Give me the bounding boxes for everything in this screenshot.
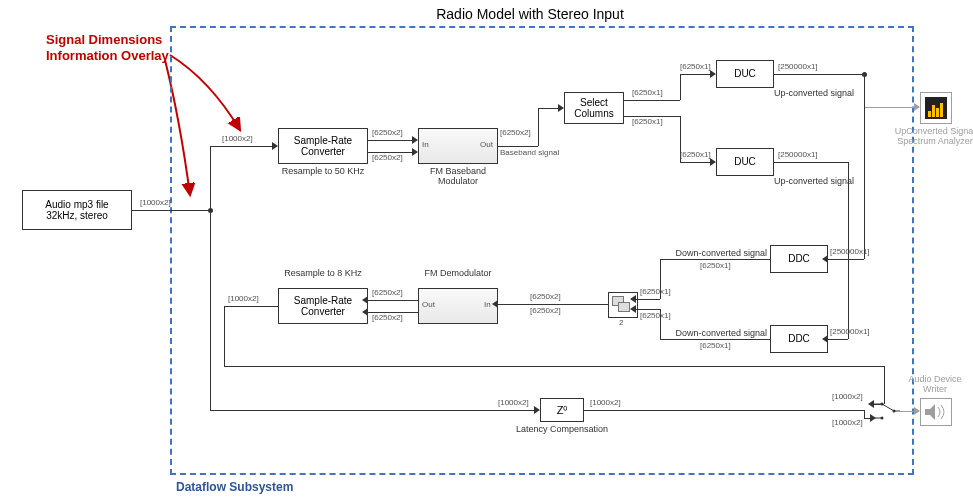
annotation-overlay-text: Signal Dimensions Information Overlay [46, 32, 169, 63]
wire [368, 140, 412, 141]
dataflow-subsystem-label: Dataflow Subsystem [176, 480, 293, 494]
arrowhead [630, 295, 636, 303]
speaker-icon [923, 401, 949, 423]
block-src-50khz[interactable]: Sample-Rate Converter [278, 128, 368, 164]
dim-6250x2-a2: [6250x2] [372, 153, 403, 162]
label-baseband: Baseband signal [500, 148, 559, 157]
arrowhead [710, 158, 716, 166]
arrowhead [868, 400, 874, 408]
wire [636, 309, 660, 310]
arrowhead [272, 142, 278, 150]
dim-6250x1-a: [6250x1] [632, 88, 663, 97]
wire [210, 410, 534, 411]
dim-250k-b: [250000x1] [830, 247, 870, 256]
dim-1000x2-c: [1000x2] [228, 294, 259, 303]
dim-1000x2-a: [1000x2] [140, 198, 171, 207]
arrowhead [492, 300, 498, 308]
label-concat-dim: 2 [619, 318, 623, 327]
wire [864, 107, 914, 108]
label-latency-compensation: Latency Compensation [512, 424, 612, 434]
wire [630, 100, 680, 101]
arrowhead [558, 104, 564, 112]
block-src-8khz[interactable]: Sample-Rate Converter [278, 288, 368, 324]
label-duc-2: Up-converted signal [774, 176, 884, 186]
diagram-canvas: Radio Model with Stereo Input Signal Dim… [0, 0, 973, 503]
block-latency-compensation[interactable]: Z⁰ [540, 398, 584, 422]
label-ddc-2: Down-converted signal [672, 328, 767, 338]
wire [864, 410, 865, 418]
arrowhead [412, 148, 418, 156]
label-ddc-1: Down-converted signal [672, 248, 767, 258]
wire [900, 411, 914, 412]
dim-6250x1-d2: [6250x1] [640, 311, 671, 320]
port-demod-out: Out [422, 300, 435, 309]
dim-6250x1-b2: [6250x1] [680, 150, 711, 159]
block-ddc-1[interactable]: DDC [770, 245, 828, 273]
wire [774, 162, 848, 163]
arrowhead [534, 406, 540, 414]
arrowhead [822, 335, 828, 343]
dim-6250x2-b: [6250x2] [500, 128, 531, 137]
svg-point-6 [893, 410, 896, 413]
port-mod-out: Out [480, 140, 493, 149]
arrowhead [710, 70, 716, 78]
block-ddc-2[interactable]: DDC [770, 325, 828, 353]
dim-6250x1-a2: [6250x1] [680, 62, 711, 71]
wire [132, 210, 210, 211]
dim-1000x2-e: [1000x2] [832, 392, 863, 401]
annotation-line1: Signal Dimensions [46, 32, 162, 47]
label-fm-demodulator: FM Demodulator [418, 268, 498, 278]
wire [368, 300, 418, 301]
wire [584, 410, 864, 411]
block-spectrum-analyzer[interactable] [920, 92, 952, 124]
dim-6250x2-d: [6250x2] [372, 288, 403, 297]
dim-6250x2-a: [6250x2] [372, 128, 403, 137]
block-audio-writer[interactable] [920, 398, 952, 426]
dim-250k-c: [250000x1] [778, 150, 818, 159]
block-manual-switch[interactable] [872, 398, 902, 428]
dim-6250x1-c2: [6250x1] [640, 287, 671, 296]
dim-6250x2-c2: [6250x2] [530, 306, 561, 315]
label-src-8khz: Resample to 8 KHz [278, 268, 368, 278]
wire [660, 339, 770, 340]
arrowhead [822, 255, 828, 263]
dim-6250x2-d2: [6250x2] [372, 313, 403, 322]
wire [538, 108, 539, 146]
block-audio-source[interactable]: Audio mp3 file 32kHz, stereo [22, 190, 132, 230]
wire [210, 210, 211, 410]
diagram-title: Radio Model with Stereo Input [380, 6, 680, 22]
wire [660, 259, 770, 260]
wire [680, 162, 710, 163]
wire [774, 74, 864, 75]
wire [210, 146, 272, 147]
arrowhead [870, 414, 876, 422]
wire [848, 162, 849, 339]
arrowhead [914, 407, 920, 415]
arrowhead [362, 296, 368, 304]
block-duc-2[interactable]: DUC [716, 148, 774, 176]
wire [680, 74, 681, 100]
label-fm-modulator: FM Baseband Modulator [413, 166, 503, 186]
label-spectrum-analyzer: UpConverted Signal Spectrum Analyzer [892, 126, 973, 146]
svg-point-5 [881, 417, 884, 420]
port-mod-in: In [422, 140, 429, 149]
dim-6250x1-d: [6250x1] [700, 341, 731, 350]
wire [498, 146, 538, 147]
block-select-columns[interactable]: Select Columns [564, 92, 624, 124]
wire [828, 259, 864, 260]
wire [210, 146, 211, 210]
label-src-50khz: Resample to 50 KHz [278, 166, 368, 176]
dim-250k-d: [250000x1] [830, 327, 870, 336]
dim-6250x2-c: [6250x2] [530, 292, 561, 301]
dim-1000x2-g: [1000x2] [590, 398, 621, 407]
arrowhead [412, 136, 418, 144]
svg-line-2 [882, 404, 894, 411]
arrowhead [914, 103, 920, 111]
label-audio-writer: Audio Device Writer [902, 374, 968, 394]
wire [680, 74, 710, 75]
dim-250k-a: [250000x1] [778, 62, 818, 71]
wire [224, 306, 225, 366]
wire [636, 299, 660, 300]
arrowhead [630, 305, 636, 313]
block-duc-1[interactable]: DUC [716, 60, 774, 88]
